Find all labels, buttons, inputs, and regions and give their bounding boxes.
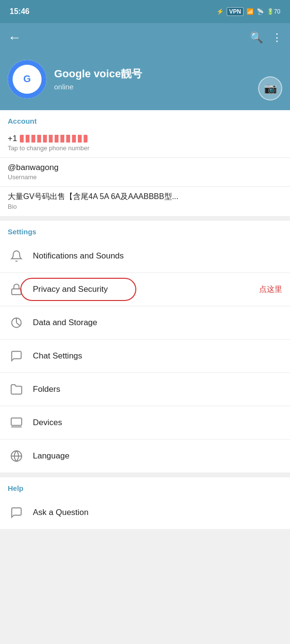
profile-name: Google voice靓号	[54, 68, 282, 80]
account-section: Account +1 Tap to change phone number @b…	[0, 110, 290, 216]
notifications-label: Notifications and Sounds	[33, 251, 282, 261]
chat-label: Chat Settings	[33, 351, 282, 361]
question-icon	[8, 504, 25, 521]
username-row[interactable]: @banwagong Username	[0, 158, 290, 187]
svg-rect-5	[11, 418, 22, 425]
settings-section: Settings Notifications and Sounds Privac…	[0, 221, 290, 472]
laptop-icon	[8, 414, 25, 431]
help-section-label: Help	[0, 477, 290, 496]
globe-icon	[8, 447, 25, 465]
chart-icon	[8, 314, 25, 331]
bio-label: Bio	[8, 203, 282, 210]
username-value: @banwagong	[8, 163, 282, 172]
top-nav: ← 🔍 ⋮	[0, 23, 290, 52]
status-bar: 15:46 ⚡ VPN 📶 📡 🔋70	[0, 0, 290, 23]
profile-info: Google voice靓号 online	[54, 68, 282, 90]
svg-rect-3	[12, 289, 21, 295]
folders-label: Folders	[33, 385, 282, 394]
phone-prefix: +1	[8, 134, 17, 143]
menu-item-language[interactable]: Language	[0, 440, 290, 472]
vpn-badge: VPN	[227, 7, 244, 16]
menu-item-folders[interactable]: Folders	[0, 373, 290, 406]
avatar-wrapper: G	[8, 60, 46, 99]
signal-icon: 📶	[246, 8, 254, 15]
username-label: Username	[8, 173, 282, 181]
nav-actions: 🔍 ⋮	[250, 31, 282, 44]
profile-status: online	[54, 83, 282, 91]
chat-icon	[8, 347, 25, 365]
back-button[interactable]: ←	[8, 30, 21, 45]
privacy-label: Privacy and Security	[33, 285, 255, 294]
settings-section-label: Settings	[0, 221, 290, 240]
bio-value: 大量GV号码出售【含尾4A 5A 6A及AAABBBB型...	[8, 192, 282, 202]
phone-hint: Tap to change phone number	[8, 144, 282, 152]
devices-label: Devices	[33, 418, 282, 428]
data-label: Data and Storage	[33, 318, 282, 328]
redacted-phone	[20, 135, 87, 143]
avatar: G	[8, 60, 46, 99]
status-icons: ⚡ VPN 📶 📡 🔋70	[217, 7, 280, 16]
ask-label: Ask a Question	[33, 508, 282, 517]
wifi-icon: 📡	[257, 8, 264, 15]
search-button[interactable]: 🔍	[250, 31, 263, 44]
phone-number: +1	[8, 134, 282, 143]
menu-item-ask[interactable]: Ask a Question	[0, 496, 290, 529]
svg-text:G: G	[23, 73, 31, 84]
more-button[interactable]: ⋮	[272, 31, 282, 44]
separator-2	[0, 472, 290, 477]
menu-item-privacy[interactable]: Privacy and Security 点这里	[0, 273, 290, 306]
battery-indicator: 🔋70	[267, 8, 280, 15]
menu-item-notifications[interactable]: Notifications and Sounds	[0, 240, 290, 273]
camera-button[interactable]: 📷	[258, 76, 282, 100]
menu-item-devices[interactable]: Devices	[0, 406, 290, 440]
folder-icon	[8, 381, 25, 398]
menu-item-chat[interactable]: Chat Settings	[0, 340, 290, 373]
status-time: 15:46	[10, 7, 29, 16]
lock-icon	[8, 281, 25, 298]
language-label: Language	[33, 451, 282, 461]
phone-row[interactable]: +1 Tap to change phone number	[0, 129, 290, 158]
separator-1	[0, 216, 290, 221]
annotation-dian-zheli: 点这里	[259, 285, 282, 295]
camera-icon: 📷	[264, 82, 277, 95]
profile-header: G Google voice靓号 online 📷	[0, 52, 290, 110]
menu-item-data[interactable]: Data and Storage	[0, 306, 290, 340]
bluetooth-icon: ⚡	[217, 8, 224, 15]
bell-icon	[8, 247, 25, 265]
bio-row[interactable]: 大量GV号码出售【含尾4A 5A 6A及AAABBBB型... Bio	[0, 187, 290, 216]
account-section-label: Account	[0, 110, 290, 129]
help-section: Help Ask a Question	[0, 477, 290, 529]
